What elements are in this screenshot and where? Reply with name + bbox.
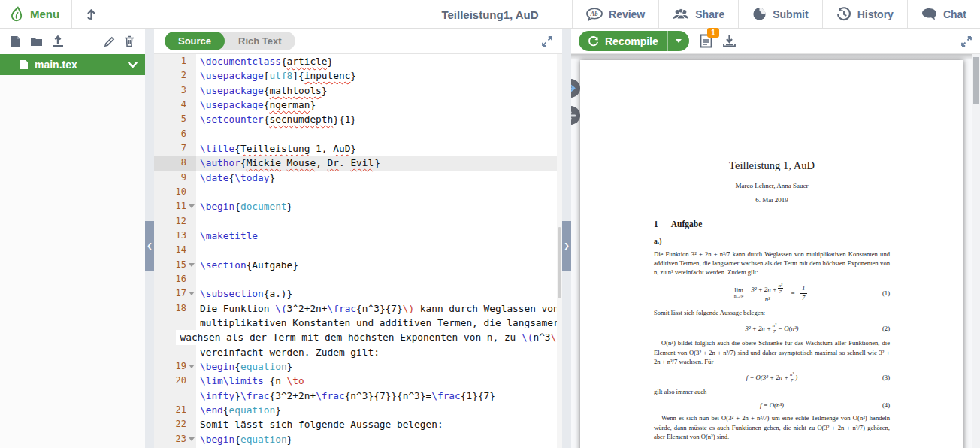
pdf-title: Teilleistung 1, AuD [654, 159, 890, 172]
line-gutter[interactable]: 6 [154, 127, 196, 141]
line-gutter[interactable]: 9 [154, 171, 196, 185]
history-button[interactable]: History [822, 0, 907, 28]
file-item-main-tex[interactable]: main.tex [0, 54, 145, 75]
pdf-panel: Recompile 1 Teilleistung 1, AuD Marco Le… [571, 29, 980, 448]
code-line[interactable]: 19\begin{equation} [154, 359, 562, 374]
code-line[interactable]: 20\lim\limits_{n \to [154, 374, 562, 388]
line-gutter[interactable]: 1 [154, 54, 196, 68]
pdf-scrollbar[interactable] [972, 54, 980, 448]
line-gutter[interactable] [154, 330, 176, 344]
line-gutter[interactable]: 10 [154, 185, 196, 199]
code-line[interactable]: 3\usepackage{mathtools} [154, 83, 562, 98]
recompile-refresh-icon [588, 35, 599, 47]
fold-arrow-icon[interactable] [189, 365, 195, 368]
code-line[interactable]: 17\subsection{a.)} [154, 286, 562, 301]
submit-button[interactable]: Submit [738, 0, 821, 28]
code-line[interactable]: 4\usepackage{ngerman} [154, 98, 562, 112]
line-gutter[interactable]: 11 [154, 199, 196, 213]
filetree-resizer[interactable]: ❮ [145, 29, 154, 448]
line-gutter[interactable]: 23 [154, 432, 196, 446]
editor-fullscreen-icon[interactable] [541, 35, 553, 47]
code-line[interactable]: \infty}\frac{3^2+2n+\frac{n^3}{7}}{n^3}=… [154, 389, 562, 403]
code-line[interactable]: 23\begin{equation} [154, 432, 562, 446]
line-gutter[interactable] [154, 345, 196, 359]
sync-to-code-button[interactable] [571, 106, 580, 125]
review-button[interactable]: Ab Review [572, 0, 658, 28]
logs-button[interactable]: 1 [700, 34, 712, 48]
tab-rich-text[interactable]: Rich Text [225, 32, 295, 50]
editor-scrollbar[interactable] [557, 54, 562, 448]
new-folder-icon[interactable] [26, 36, 47, 47]
code-line[interactable]: 11\begin{document} [154, 199, 562, 213]
fold-arrow-icon[interactable] [189, 263, 195, 267]
line-gutter[interactable]: 16 [154, 272, 196, 286]
delete-trash-icon[interactable] [119, 35, 139, 47]
up-arrow-icon [86, 8, 97, 20]
code-line[interactable]: 5\setcounter{secnumdepth}{1} [154, 112, 562, 126]
code-line[interactable]: 1\documentclass{article} [154, 54, 562, 68]
line-gutter[interactable] [154, 389, 196, 403]
filetree-collapse-handle[interactable]: ❮ [145, 221, 154, 271]
code-line[interactable]: 22Somit lässt sich folgende Aussage bele… [154, 417, 562, 431]
line-gutter[interactable]: 5 [154, 112, 196, 126]
fold-arrow-icon[interactable] [189, 437, 195, 441]
chat-button[interactable]: Chat [907, 0, 980, 28]
line-gutter[interactable]: 18 [154, 301, 196, 316]
line-gutter[interactable]: 22 [154, 417, 196, 431]
line-gutter[interactable]: 21 [154, 403, 196, 417]
code-line[interactable]: wachsen als der Term mit dem höchsten Ex… [154, 330, 562, 344]
line-gutter[interactable] [154, 316, 196, 330]
up-arrow-button[interactable] [72, 8, 110, 20]
sync-to-pdf-button[interactable] [571, 79, 580, 98]
line-gutter[interactable]: 12 [154, 214, 196, 229]
menu-button[interactable]: Menu [0, 6, 71, 22]
chevron-down-icon[interactable] [128, 62, 138, 68]
editor-pdf-resizer[interactable]: ❯ [562, 29, 571, 448]
code-line[interactable]: 8\author{Mickie Mouse, Dr. Evil} [154, 156, 562, 170]
code-line[interactable]: 9\date{\today} [154, 171, 562, 185]
pdf-scrollbar-thumb[interactable] [973, 57, 979, 104]
editor-pdf-handle[interactable]: ❯ [562, 221, 571, 271]
code-line[interactable]: 7\title{Teilleistung 1, AuD} [154, 141, 562, 156]
code-line[interactable]: 14 [154, 243, 562, 257]
fold-arrow-icon[interactable] [189, 292, 195, 295]
pdf-date: 6. Mai 2019 [654, 196, 890, 204]
editor-scrollbar-thumb[interactable] [558, 227, 561, 298]
new-file-icon[interactable] [6, 35, 26, 47]
download-pdf-button[interactable] [723, 35, 736, 47]
line-gutter[interactable]: 20 [154, 374, 196, 388]
line-gutter[interactable]: 14 [154, 243, 196, 257]
code-line[interactable]: 13\maketitle [154, 229, 562, 243]
pdf-fullscreen-icon[interactable] [960, 35, 972, 47]
recompile-dropdown-caret[interactable] [667, 31, 689, 51]
line-gutter[interactable]: 2 [154, 68, 196, 83]
line-gutter[interactable]: 8 [154, 156, 196, 170]
share-button[interactable]: Share [658, 0, 738, 28]
code-line[interactable]: 18Die Funktion \(3^2+2n+\frac{n^3}{7}\) … [154, 301, 562, 316]
upload-icon[interactable] [47, 35, 68, 47]
submit-label: Submit [773, 8, 808, 20]
code-line[interactable]: vereinfacht werden. Zudem gilt: [154, 345, 562, 359]
line-gutter[interactable]: 3 [154, 83, 196, 98]
code-line[interactable]: 6 [154, 127, 562, 141]
code-line[interactable]: 12 [154, 214, 562, 229]
logs-count-badge: 1 [707, 28, 719, 38]
line-gutter[interactable]: 15 [154, 258, 196, 272]
code-line[interactable]: 16 [154, 272, 562, 286]
code-line[interactable]: 10 [154, 185, 562, 199]
line-gutter[interactable]: 17 [154, 286, 196, 301]
recompile-button[interactable]: Recompile [579, 31, 667, 51]
pdf-viewer[interactable]: Teilleistung 1, AuD Marco Lehner, Anna S… [571, 54, 980, 448]
tab-source[interactable]: Source [165, 32, 225, 50]
code-line[interactable]: 21\end{equation} [154, 403, 562, 417]
line-gutter[interactable]: 19 [154, 359, 196, 374]
code-area[interactable]: 1\documentclass{article}2\usepackage[utf… [154, 54, 562, 448]
line-gutter[interactable]: 4 [154, 98, 196, 112]
code-line[interactable]: 15\section{Aufgabe} [154, 258, 562, 272]
line-gutter[interactable]: 7 [154, 141, 196, 156]
fold-arrow-icon[interactable] [189, 204, 195, 208]
code-line[interactable]: multiplikativen Konstanten und additiven… [154, 316, 562, 330]
rename-pencil-icon[interactable] [99, 36, 119, 47]
line-gutter[interactable]: 13 [154, 229, 196, 243]
code-line[interactable]: 2\usepackage[utf8]{inputenc} [154, 68, 562, 83]
